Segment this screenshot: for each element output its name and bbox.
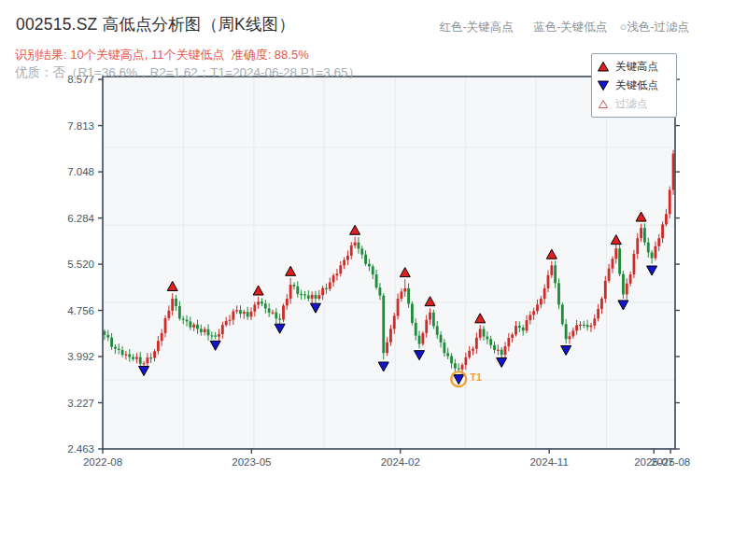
x-axis: 2022-082023-052024-022024-112025-072025-… xyxy=(83,449,690,468)
x-tick-label: 2022-08 xyxy=(83,456,122,468)
candle xyxy=(561,302,564,326)
x-tick-label: 2024-11 xyxy=(529,456,568,468)
legend-item-label: 关键低点 xyxy=(615,78,658,92)
legend-item-label: 过滤点 xyxy=(615,97,648,111)
y-tick-label: 2.463 xyxy=(67,443,94,455)
candle xyxy=(618,245,621,276)
y-tick-label: 4.756 xyxy=(67,305,94,316)
quality-assessment-text: 优质：否（R1=36.6%，R2=1.62；T1=2024-06-28 P1=3… xyxy=(15,64,360,81)
legend-item-filtered: 过滤点 xyxy=(598,94,670,113)
y-tick-label: 7.813 xyxy=(67,120,94,132)
legend-item-low: 关键低点 xyxy=(598,76,670,94)
y-tick-label: 3.992 xyxy=(67,351,94,362)
x-tick-label: 2023-05 xyxy=(232,456,271,468)
candle xyxy=(382,293,385,359)
x-tick-label: 2025-08 xyxy=(651,456,690,468)
chart-legend-box: 关键高点关键低点过滤点 xyxy=(591,53,677,118)
legend-item-high: 关键高点 xyxy=(598,57,670,76)
x-tick-label: 2024-02 xyxy=(381,456,420,468)
candle xyxy=(282,303,285,322)
y-tick-label: 3.227 xyxy=(67,398,94,409)
y-tick-label: 7.048 xyxy=(67,166,94,177)
t1-annotation-label: T1 xyxy=(470,371,482,383)
candle xyxy=(411,301,414,326)
candle xyxy=(669,187,671,218)
candle xyxy=(672,150,675,195)
high-marker-icon xyxy=(598,62,609,72)
low-marker-icon xyxy=(598,80,609,91)
candle xyxy=(421,331,424,346)
legend-item-label: 关键高点 xyxy=(615,60,658,74)
plot-area xyxy=(103,77,675,449)
y-tick-label: 5.520 xyxy=(67,259,94,270)
filtered-marker-icon xyxy=(598,99,609,109)
candle xyxy=(633,250,636,278)
y-tick-label: 6.284 xyxy=(67,213,94,224)
candle xyxy=(432,310,435,329)
